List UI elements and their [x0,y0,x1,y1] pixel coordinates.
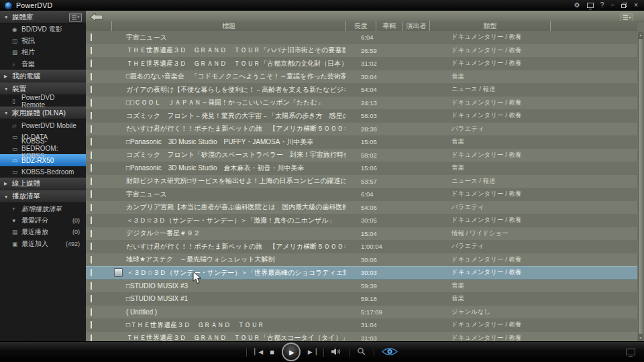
row-length: 15:06 [345,164,376,172]
table-row[interactable]: ＴＨＥ世界遺産３Ｄ ＧＲＡＮＤ ＴＯＵＲ「古都スコータイ（タイ）」 31:03 … [86,332,637,343]
expand-arrow-icon: ▼ [4,15,12,19]
table-row[interactable]: ＴＨＥ世界遺産３Ｄ ＧＲＡＮＤ ＴＯＵＲ「古都京都の文化財（日本）」 31:02… [86,57,637,70]
tv-mode-button[interactable] [587,3,594,8]
table-row[interactable]: ( Untitled ) 5:17:09 ジャンルなし [86,306,637,319]
table-row[interactable]: □題名のない音楽会 「コドモノクニへようこそ！～童謡を作った芸術家集団」 30:… [86,70,637,84]
sidebar-section-header[interactable]: ▼ 播放清單 [0,190,86,203]
sidebar-item[interactable]: ▤ 最近播放 (0) [0,227,86,238]
table-row[interactable]: コズミック フロント「砂漠のスペーストラベラー 到来！宇宙旅行時代」 58:02… [86,149,637,162]
table-row[interactable]: 宇宙ニュース 6:04 ドキュメンタリー / 教養 [86,31,637,44]
tv-program-icon [91,256,92,263]
column-header-genre[interactable]: 類型 [429,21,550,31]
sidebar-item[interactable]: ◫ 視訊 [0,35,86,46]
row-genre: ドキュメンタリー / 教養 [429,190,550,198]
row-checkbox[interactable] [114,268,123,277]
column-header-album[interactable]: 專輯 [376,21,402,31]
help-button[interactable]: ? [600,2,604,9]
row-title-text: 宇宙ニュース [126,34,167,41]
row-length: 58:02 [345,152,376,159]
added-icon: ▣ [12,241,21,247]
settings-button[interactable]: ⚙ [574,2,580,9]
row-title-text: □STUDIO MUSIX #3 [126,282,188,290]
sidebar-section-header[interactable]: ▶ 線上媒體 [0,178,86,190]
sidebar-item[interactable]: ◉ BD/DVD 電影 [0,23,86,35]
column-header-artist[interactable]: 演出者 [402,21,429,31]
row-title: デジタル☆一番星＃９２ [111,229,345,238]
sidebar-item[interactable]: ▭ KOBSS-BEDROOM: KOBSS: [0,143,86,154]
table-row[interactable]: □STUDIO MUSIX #3 59:39 音楽 [86,280,637,293]
disc-icon: ◉ [12,27,21,32]
media-list: 宇宙ニュース 6:04 ドキュメンタリー / 教養 ＴＨＥ世界遺産３Ｄ ＧＲＡＮ… [86,31,637,342]
table-row[interactable]: ＜３Ｄ☆３Ｄ（サンデー・サンデー）＞「世界最高峰のショコラティエ魅惑のショコラ」… [86,266,637,280]
table-row[interactable]: コズミック フロント－発見！驚異の大宇宙－「太陽系の歩き方 惑星の王 木星」 5… [86,109,637,123]
next-button[interactable]: ▶▕ [308,349,316,355]
table-row[interactable]: だいすけ君が行く！！ポチたま新ペットの旅 【アメリカ横断５０００キロの旅・前編】… [86,240,637,253]
table-row[interactable]: 宇宙ニュース 6:04 ドキュメンタリー / 教養 [86,188,637,201]
row-genre: 音楽 [429,282,550,290]
tv-program-icon [91,164,92,172]
library-options-button[interactable]: ▾ [69,13,82,22]
table-row[interactable]: ＜３Ｄ☆３Ｄ（サンデー・サンデー）＞「激撮！真冬のニホンザル」 30:05 ドキ… [86,214,637,227]
sidebar-item[interactable]: ▱ PowerDVD Mobile [0,119,86,131]
sidebar-section-header[interactable]: ▼ 家用媒體 (DLNA) [0,107,86,119]
table-row[interactable]: □Panasonic 3D Music Studio 倉木麻衣・初音・川中美幸 … [86,162,637,175]
row-genre: ニュース / 報道 [429,177,550,186]
row-title-text: ＴＨＥ世界遺産３Ｄ ＧＲＡＮＤ ＴＯＵＲ「古都スコータイ（タイ）」 [126,334,345,341]
tv-program-icon [91,152,92,159]
instant-zoom-button[interactable] [357,347,366,357]
recent-icon: ▤ [12,229,21,235]
sidebar-section-header[interactable]: ▼ 媒體庫 ▾ [0,11,86,23]
speaker-icon [331,348,341,357]
sidebar-item[interactable]: ▨ 相片 [0,47,86,58]
sidebar-item[interactable]: ♥ 最愛評分 (0) [0,215,86,226]
display-device-icon[interactable] [626,349,635,355]
divider [349,348,350,357]
sidebar-item[interactable]: ♪ 音樂 [0,58,86,70]
minimize-button[interactable]: − [610,2,614,9]
sidebar-item[interactable]: ▣ 最近加入 (492) [0,238,86,249]
row-genre: バラエティ [429,242,550,251]
column-header-title[interactable]: 標題 [111,21,345,31]
sidebar-section-header[interactable]: ▶ 我的電腦 [0,70,86,82]
row-genre: 情報 / ワイドショー [429,229,550,238]
close-button[interactable]: × [634,2,638,9]
play-button[interactable]: ▶ [282,343,301,361]
restore-button[interactable] [621,3,627,8]
tv-program-icon [91,99,92,107]
truetheater-button[interactable] [382,347,398,357]
scroll-up-icon[interactable]: ▲ [638,32,643,38]
row-title: 地球★アステク ～最先端ウォシュレット大解剖 [111,255,345,264]
table-row[interactable]: □STUDIO MUSIX #1 59:18 音楽 [86,292,637,306]
scrollbar-thumb[interactable] [638,38,643,335]
row-genre: バラエティ [429,203,550,212]
remote-icon: ▯ [12,99,21,104]
table-row[interactable]: ＴＨＥ世界遺産３Ｄ ＧＲＡＮＤ ＴＯＵＲ「ハバナ旧市街とその要塞群（キューバ）」… [86,44,637,58]
row-icon-cell [86,73,111,80]
tv-program-icon [91,230,92,237]
table-row[interactable]: 財部ビジネス研究所□サービスを輸出せよ！上海の日系コンビニの躍進に迫る 53:5… [86,175,637,188]
truetheater-eye-icon [382,347,398,357]
sidebar-item[interactable]: + 新增播放清單 [0,203,86,215]
table-row[interactable]: □□ＣＯＯＬ ＪＡＰＡＮ～発掘！かっこいいニッポン「たたむ」 24:13 ドキュ… [86,97,637,110]
table-row[interactable]: デジタル☆一番星＃９２ 15:04 情報 / ワイドショー [86,227,637,241]
row-title-text: ガイアの夜明け【不便な暮らしを便利に！－高齢者を支える新たなビジネス－】□ [126,86,345,93]
table-row[interactable]: ガイアの夜明け【不便な暮らしを便利に！－高齢者を支える新たなビジネス－】□ 54… [86,83,637,97]
stop-button[interactable]: ■ [270,348,274,356]
table-row[interactable]: □ＴＨＥ世界遺産３Ｄ ＧＲＡＮＤ ＴＯＵＲ 31:04 ドキュメンタリー / 教… [86,318,637,332]
table-row[interactable]: カンブリア宮殿【本当に患者が喜ぶ歯科医院とは 国内最大級の歯科医療グループ】 5… [86,201,637,215]
table-row[interactable]: 地球★アステク ～最先端ウォシュレット大解剖 30:06 ドキュメンタリー / … [86,253,637,267]
vertical-scrollbar[interactable]: ▲ ▼ [638,32,643,341]
previous-button[interactable]: ▏◀ [254,349,262,355]
row-icon-cell [86,112,111,119]
table-row[interactable]: □Panasonic 3D Music Studio PUFFY・JAMOSA・… [86,135,637,149]
column-header-length[interactable]: 長度 [345,21,376,31]
row-length: 31:04 [345,321,376,328]
volume-button[interactable] [331,348,341,357]
sidebar-item[interactable]: ▭ KOBSS-Bedroom [0,166,86,178]
table-row[interactable]: だいすけ君が行く！！ポチたま新ペットの旅 【アメリカ横断５０００キロの旅・後編】… [86,123,637,136]
music-icon: ♪ [12,62,21,67]
row-title-text: 地球★アステク ～最先端ウォシュレット大解剖 [126,255,275,263]
sidebar-item[interactable]: ▯ PowerDVD Remote [0,95,86,107]
scroll-down-icon[interactable]: ▼ [638,335,643,341]
row-icon-cell [86,217,111,224]
